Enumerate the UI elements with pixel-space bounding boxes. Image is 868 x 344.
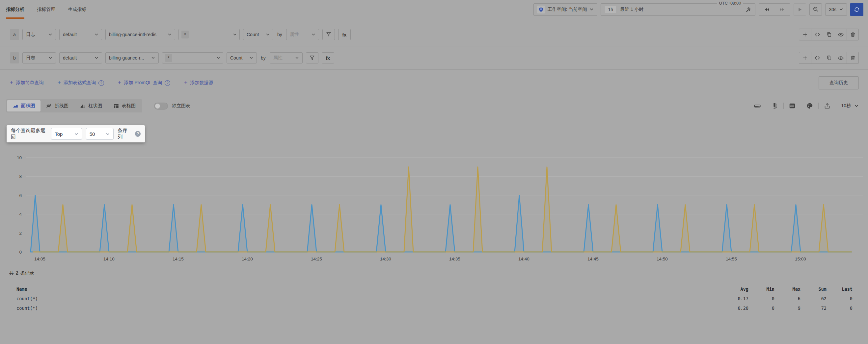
- rewind-button[interactable]: [761, 4, 774, 15]
- legend-row[interactable]: count(*) 0.17 0 6 62 0: [9, 294, 852, 303]
- help-icon[interactable]: ?: [98, 80, 104, 86]
- series-name: count(*): [17, 296, 722, 301]
- chevron-down-icon: [311, 33, 315, 36]
- trash-icon[interactable]: [846, 52, 859, 64]
- add-expression-query-link[interactable]: +添加表达式查询?: [58, 80, 104, 86]
- tab-generate-metrics[interactable]: 生成指标: [68, 0, 86, 19]
- series-count-select[interactable]: 50: [86, 128, 114, 140]
- tab-bar-chart[interactable]: 柱状图: [74, 100, 108, 111]
- chevron-down-icon: [94, 33, 98, 36]
- top-mode-select[interactable]: Top: [51, 128, 82, 140]
- divider: [836, 103, 836, 109]
- fx-button[interactable]: fx: [322, 52, 334, 64]
- aggregation-value: Count: [230, 55, 242, 61]
- divider: [783, 103, 784, 109]
- link-label: 添加 PromQL 查询: [124, 80, 162, 86]
- play-button[interactable]: [794, 3, 806, 16]
- time-zoom-chip[interactable]: 1h: [605, 6, 616, 13]
- aggregation-select[interactable]: Count: [226, 52, 257, 64]
- index-select[interactable]: default: [59, 29, 102, 40]
- fx-label: fx: [342, 32, 346, 37]
- add-query-button[interactable]: [799, 52, 811, 64]
- chevron-down-icon: [106, 132, 110, 136]
- stat-sum: 62: [801, 296, 827, 301]
- fast-forward-button[interactable]: [775, 4, 788, 15]
- help-icon[interactable]: ?: [165, 80, 170, 86]
- legend-list-icon[interactable]: [788, 102, 796, 109]
- duplicate-icon[interactable]: [823, 29, 835, 40]
- source-select[interactable]: billing-guance-intl-redis: [105, 29, 175, 40]
- toggle-switch[interactable]: [154, 103, 168, 109]
- annotation-pen-icon[interactable]: [771, 102, 778, 109]
- chevron-down-icon: [589, 7, 594, 11]
- group-by-select[interactable]: 属性: [270, 52, 303, 64]
- tab-metric-analysis[interactable]: 指标分析: [6, 0, 24, 19]
- popover-suffix-label: 条序列: [118, 128, 131, 140]
- query-history-button[interactable]: 查询历史: [818, 76, 859, 90]
- query-type-select[interactable]: 日志: [22, 52, 56, 64]
- query-actions: [799, 52, 859, 64]
- aggregation-select[interactable]: Count: [243, 29, 273, 40]
- add-promql-query-link[interactable]: +添加 PromQL 查询?: [118, 80, 170, 86]
- ruler-icon[interactable]: [754, 102, 761, 109]
- query-actions: [799, 29, 859, 40]
- code-icon[interactable]: [811, 29, 823, 40]
- chevron-down-icon: [167, 33, 172, 36]
- filter-icon[interactable]: [322, 29, 335, 40]
- chevron-down-icon: [49, 33, 52, 36]
- tab-label: 柱状图: [88, 103, 102, 109]
- eye-icon[interactable]: [835, 52, 846, 64]
- tab-area-chart[interactable]: 面积图: [7, 100, 40, 111]
- tab-metric-management[interactable]: 指标管理: [37, 0, 55, 19]
- col-min: Min: [748, 286, 774, 292]
- x-axis-tick: 14:20: [242, 256, 253, 262]
- add-query-button[interactable]: [799, 29, 811, 40]
- refresh-interval-select[interactable]: 30s: [825, 3, 847, 16]
- series-0-path: [31, 195, 851, 252]
- trash-icon[interactable]: [846, 29, 859, 40]
- legend-table: Name Avg Min Max Sum Last count(*) 0.17 …: [9, 284, 852, 313]
- filter-icon[interactable]: [306, 52, 318, 64]
- export-icon[interactable]: [824, 102, 831, 109]
- legend-row[interactable]: count(*) 0.20 0 9 72 0: [9, 303, 852, 313]
- code-icon[interactable]: [811, 52, 823, 64]
- tab-table-chart[interactable]: 表格图: [108, 100, 141, 111]
- index-select[interactable]: default: [59, 52, 102, 64]
- x-axis-tick: 14:30: [380, 256, 391, 262]
- top-bar: 指标分析 指标管理 生成指标 工作空间: 当前空间 UTC+08:00 1h 最…: [0, 0, 868, 19]
- query-type-select[interactable]: 日志: [22, 29, 56, 40]
- fx-button[interactable]: fx: [338, 29, 351, 40]
- add-simple-query-link[interactable]: +添加简单查询: [10, 80, 44, 86]
- filter-input[interactable]: *: [162, 52, 223, 64]
- source-select[interactable]: billing-guance-r...: [105, 52, 159, 64]
- col-avg: Avg: [722, 286, 748, 292]
- workspace-selector[interactable]: 工作空间: 当前空间: [533, 3, 598, 16]
- eye-icon[interactable]: [835, 29, 846, 40]
- duplicate-icon[interactable]: [823, 52, 835, 64]
- zoom-out-icon[interactable]: [809, 3, 822, 16]
- legend-header-row: Name Avg Min Max Sum Last: [9, 284, 852, 294]
- time-range-picker[interactable]: UTC+08:00 1h 最近 1 小时: [600, 3, 755, 16]
- stat-last: 0: [827, 296, 852, 301]
- chevron-down-icon: [266, 33, 270, 36]
- group-by-select[interactable]: 属性: [286, 29, 319, 40]
- independent-chart-toggle[interactable]: 独立图表: [154, 103, 190, 109]
- chart-interval-select[interactable]: 10秒: [841, 103, 859, 109]
- query-row-a: a 日志 default billing-guance-intl-redis *…: [0, 23, 868, 46]
- by-label: by: [260, 55, 267, 61]
- query-type-value: 日志: [26, 32, 35, 37]
- chart-canvas[interactable]: 024681014:0514:1014:1514:2014:2514:3014:…: [0, 145, 868, 266]
- toggle-knob: [155, 104, 160, 108]
- refresh-button[interactable]: [850, 3, 863, 16]
- group-by-placeholder: 属性: [273, 55, 282, 61]
- divider: [766, 103, 766, 109]
- palette-icon[interactable]: [806, 102, 813, 109]
- legend-section: 共2条记录 Name Avg Min Max Sum Last count(*)…: [9, 270, 852, 313]
- pin-icon[interactable]: [745, 7, 751, 12]
- source-value: billing-guance-r...: [109, 55, 144, 61]
- tab-line-chart[interactable]: 折线图: [40, 100, 74, 111]
- help-icon[interactable]: ?: [135, 131, 141, 137]
- filter-input[interactable]: *: [179, 29, 240, 40]
- popover-label: 每个查询最多返回: [11, 128, 47, 140]
- add-datasource-link[interactable]: +添加数据源: [184, 80, 213, 86]
